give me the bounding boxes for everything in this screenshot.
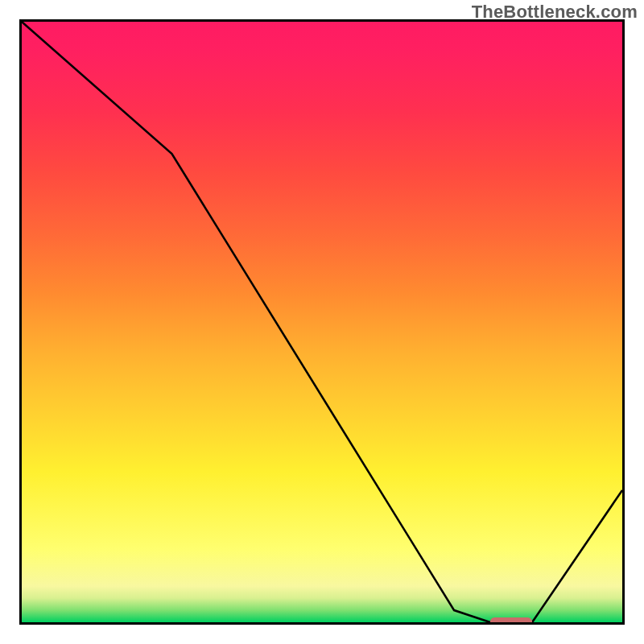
plot-area	[19, 19, 625, 625]
chart-canvas: TheBottleneck.com	[0, 0, 644, 644]
chart-overlay	[22, 22, 622, 622]
bottleneck-curve	[22, 22, 622, 622]
optimal-marker	[490, 617, 532, 622]
